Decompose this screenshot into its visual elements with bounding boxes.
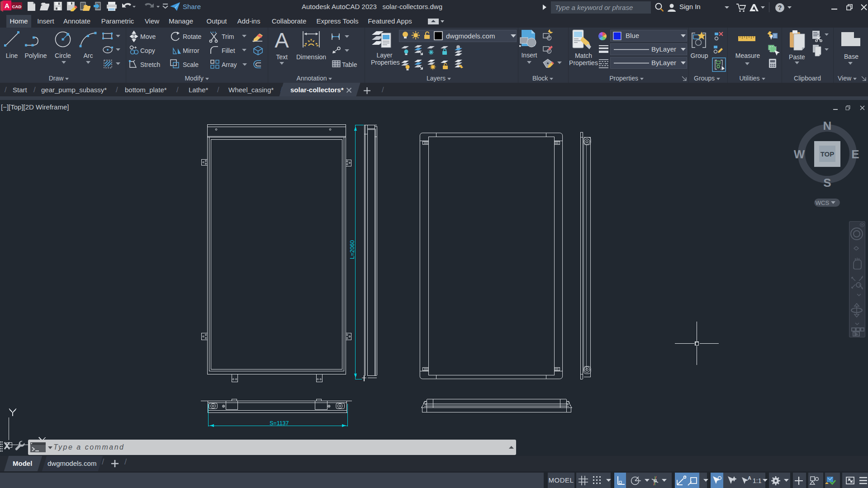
svg-text:N: N: [823, 119, 832, 133]
svg-text:S=1137: S=1137: [270, 420, 289, 426]
svg-text:S: S: [823, 176, 831, 190]
svg-text:A: A: [275, 28, 289, 52]
svg-text:E: E: [851, 147, 859, 161]
svg-text:?: ?: [778, 4, 782, 11]
svg-text:L=2060: L=2060: [349, 240, 356, 259]
svg-text:A: A: [5, 2, 9, 9]
svg-text:CAD: CAD: [12, 4, 22, 9]
svg-text:1:1: 1:1: [753, 477, 762, 484]
svg-text:A: A: [748, 475, 751, 481]
svg-text:WCS: WCS: [816, 199, 830, 206]
svg-text:W: W: [794, 147, 805, 161]
svg-text:TOP: TOP: [821, 150, 835, 158]
